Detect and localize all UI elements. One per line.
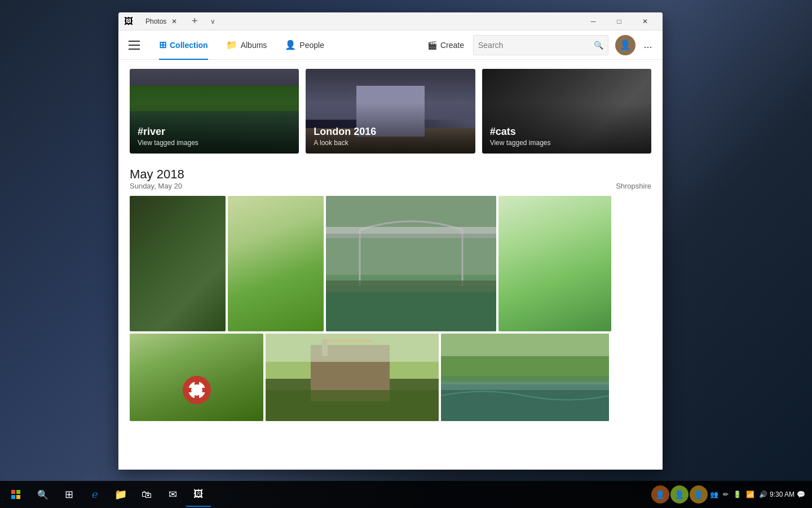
- featured-card-cats[interactable]: #cats View tagged images: [482, 69, 651, 154]
- bridge-svg: [326, 196, 496, 331]
- taskbar-edge-icon[interactable]: ℯ: [82, 482, 107, 507]
- photo-cell-bridge[interactable]: [326, 196, 496, 331]
- featured-card-river[interactable]: #river View tagged images: [130, 69, 299, 154]
- photo-river-bg: [441, 334, 609, 421]
- nav-collection[interactable]: ⊞ Collection: [150, 30, 217, 60]
- section-day: Sunday, May 20: [130, 182, 182, 190]
- featured-card-london[interactable]: London 2016 A look back: [306, 69, 475, 154]
- nav-albums[interactable]: 📁 Albums: [217, 30, 276, 60]
- albums-label: Albums: [241, 41, 267, 50]
- tab-title: Photos: [145, 17, 166, 25]
- taskbar-avatar-3[interactable]: 👤: [690, 485, 708, 503]
- cats-card-content: #cats View tagged images: [490, 126, 551, 147]
- section-location: Shropshire: [616, 182, 651, 190]
- london-card-content: London 2016 A look back: [314, 126, 376, 147]
- taskbar-time: 9:30 AM: [770, 490, 795, 500]
- profile-icon: 👤: [620, 40, 631, 50]
- svg-rect-18: [266, 334, 439, 362]
- svg-rect-1: [326, 286, 496, 331]
- more-options-button[interactable]: ...: [638, 35, 658, 55]
- taskbar-explorer-icon[interactable]: 📁: [108, 482, 133, 507]
- svg-rect-25: [16, 490, 20, 494]
- people-icon: 👤: [285, 40, 296, 50]
- featured-cards-row: #river View tagged images London 2016 A …: [130, 69, 651, 154]
- title-tab: Photos ✕: [139, 17, 186, 26]
- taskbar-photos-icon[interactable]: 🖼: [186, 482, 211, 507]
- taskbar-avatar-1[interactable]: 👤: [651, 485, 669, 503]
- photo-cell-field[interactable]: [228, 196, 324, 331]
- taskbar-right: 👤 👤 👤 👥 ✏ 🔋 📶 🔊 9:30 AM 💬: [651, 485, 810, 503]
- profile-avatar[interactable]: 👤: [615, 35, 636, 55]
- taskbar-taskview-icon[interactable]: ⊞: [56, 482, 81, 507]
- photo-cell-field2[interactable]: [130, 334, 263, 421]
- search-bar[interactable]: 🔍: [473, 35, 608, 55]
- taskbar-clock[interactable]: 9:30 AM: [770, 490, 795, 500]
- photo-cell-park[interactable]: [498, 196, 611, 331]
- close-icon: ✕: [642, 17, 648, 25]
- cats-card-title: #cats: [490, 126, 551, 138]
- section-date-row: Sunday, May 20 Shropshire: [130, 182, 651, 190]
- river-card-content: #river View tagged images: [138, 126, 198, 147]
- photo-cell-river2[interactable]: [441, 334, 609, 421]
- albums-icon: 📁: [226, 40, 237, 50]
- photo-building-bg: [266, 334, 439, 421]
- start-button[interactable]: [2, 481, 29, 508]
- new-tab-button[interactable]: +: [186, 12, 204, 30]
- tab-close-button[interactable]: ✕: [170, 17, 179, 26]
- taskbar-search-button[interactable]: 🔍: [29, 481, 56, 508]
- taskbar-people-bar: 👤 👤 👤: [651, 485, 708, 503]
- taskbar-app-icons: ⊞ ℯ 📁 🛍 ✉ 🖼: [56, 482, 211, 507]
- svg-rect-27: [16, 495, 20, 499]
- main-content: #river View tagged images London 2016 A …: [118, 60, 663, 470]
- taskbar-avatar-2[interactable]: 👤: [670, 485, 689, 503]
- taskbar-store-icon[interactable]: 🛍: [134, 482, 159, 507]
- taskbar: 🔍 ⊞ ℯ 📁 🛍 ✉ 🖼 👤 👤 👤 👥 ✏ 🔋 📶 🔊 9:30 AM 💬: [0, 481, 812, 508]
- taskbar-people-icon[interactable]: 👥: [710, 491, 718, 498]
- taskbar-pen-icon[interactable]: ✏: [723, 491, 729, 498]
- svg-rect-24: [11, 490, 15, 494]
- photo-grid-top: [130, 196, 651, 331]
- hamburger-menu-button[interactable]: [123, 34, 145, 56]
- close-button[interactable]: ✕: [632, 12, 658, 30]
- navigation-bar: ⊞ Collection 📁 Albums 👤 People 🎬 Create …: [118, 30, 663, 60]
- app-window: 🖼 Photos ✕ + ∨ ─ □ ✕ ⊞: [118, 12, 663, 470]
- taskbar-wifi-icon: 📶: [746, 491, 754, 498]
- svg-rect-22: [441, 334, 609, 356]
- svg-rect-5: [326, 227, 496, 234]
- river-card-title: #river: [138, 126, 198, 138]
- maximize-button[interactable]: □: [606, 12, 632, 30]
- taskbar-system-icons: 👥 ✏ 🔋 📶 🔊: [710, 491, 767, 498]
- people-label: People: [299, 41, 324, 50]
- river-card-subtitle: View tagged images: [138, 139, 198, 147]
- photo-grid-bottom: [130, 334, 651, 421]
- search-input[interactable]: [478, 41, 589, 50]
- london-card-title: London 2016: [314, 126, 376, 138]
- nav-items: ⊞ Collection 📁 Albums 👤 People: [150, 30, 418, 60]
- photo-leaves-bg: [130, 196, 226, 331]
- river2-svg: [441, 334, 609, 421]
- create-label: Create: [440, 41, 464, 50]
- taskbar-sound-icon: 🔊: [759, 491, 767, 498]
- photo-field2-bg: [130, 334, 263, 421]
- search-icon: 🔍: [594, 41, 603, 50]
- ellipsis-icon: ...: [643, 39, 652, 51]
- tab-dropdown-button[interactable]: ∨: [204, 12, 222, 30]
- taskbar-mail-icon[interactable]: ✉: [160, 482, 185, 507]
- app-icon: 🖼: [123, 16, 134, 27]
- create-button[interactable]: 🎬 Create: [418, 34, 473, 56]
- building-svg: [266, 334, 439, 421]
- taskbar-notification-icon[interactable]: 💬: [797, 491, 805, 498]
- taskbar-search-icon: 🔍: [37, 489, 48, 500]
- taskbar-battery-icon: 🔋: [733, 491, 742, 498]
- photo-cell-leaves[interactable]: [130, 196, 226, 331]
- minimize-icon: ─: [591, 17, 596, 25]
- collection-label: Collection: [170, 41, 208, 50]
- maximize-icon: □: [617, 17, 621, 25]
- hamburger-line: [129, 41, 140, 42]
- lifesaver-marker: [183, 376, 211, 404]
- photo-cell-building[interactable]: [266, 334, 439, 421]
- photo-park-bg: [498, 196, 611, 331]
- nav-people[interactable]: 👤 People: [276, 30, 333, 60]
- create-icon: 🎬: [427, 41, 437, 50]
- minimize-button[interactable]: ─: [580, 12, 606, 30]
